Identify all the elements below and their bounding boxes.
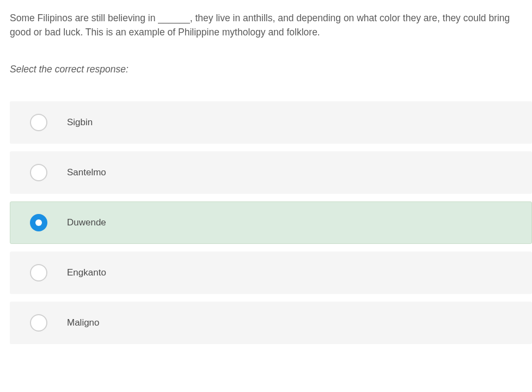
radio-icon [30, 264, 47, 281]
option-sigbin[interactable]: Sigbin [10, 101, 532, 144]
radio-icon [30, 214, 47, 231]
option-duwende[interactable]: Duwende [10, 201, 532, 244]
option-label: Maligno [67, 317, 100, 328]
option-engkanto[interactable]: Engkanto [10, 252, 532, 294]
option-label: Engkanto [67, 267, 106, 278]
option-label: Sigbin [67, 117, 93, 128]
option-santelmo[interactable]: Santelmo [10, 151, 532, 194]
radio-icon [30, 114, 47, 131]
option-label: Duwende [67, 217, 106, 228]
question-text: Some Filipinos are still believing in __… [10, 11, 532, 40]
options-list: Sigbin Santelmo Duwende Engkanto Maligno [10, 101, 532, 344]
option-maligno[interactable]: Maligno [10, 302, 532, 344]
radio-icon [30, 164, 47, 181]
radio-icon [30, 314, 47, 332]
instruction-text: Select the correct response: [10, 64, 532, 75]
option-label: Santelmo [67, 167, 106, 178]
